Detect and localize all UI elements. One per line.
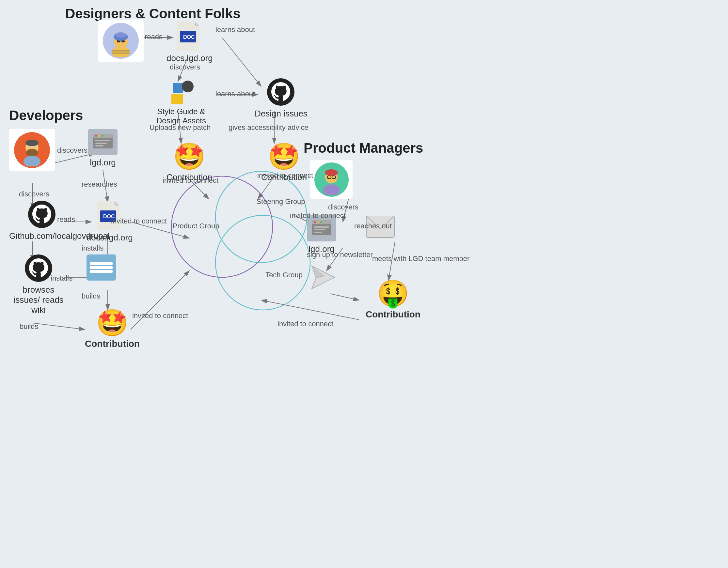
style-guide-icon (166, 78, 196, 104)
svg-point-52 (95, 135, 97, 137)
svg-rect-29 (112, 50, 130, 52)
discovers-dev2-label: discovers (19, 190, 49, 198)
venn-diagram: Product Group Steering Group Tech Group (166, 166, 317, 316)
builds-dev-label: builds (20, 322, 38, 331)
product-managers-section-title: Product Managers (304, 140, 423, 156)
lgd-org-dev-node: lgd.org (88, 129, 118, 168)
svg-marker-60 (115, 201, 119, 206)
doc-icon-top: DOC (177, 21, 203, 51)
svg-point-47 (26, 149, 38, 157)
svg-point-80 (317, 221, 319, 223)
venn-svg: Product Group Steering Group Tech Group (166, 166, 317, 316)
developer-avatar-node (9, 129, 55, 171)
browse-issues-node: browses issues/ reads wiki (9, 255, 68, 315)
svg-point-53 (98, 135, 100, 137)
designer-avatar-node (98, 20, 144, 62)
svg-rect-43 (171, 94, 183, 104)
svg-rect-84 (314, 232, 322, 233)
svg-point-49 (25, 140, 39, 146)
discovers-pm-label: discovers (328, 203, 358, 212)
reaches-out-label: reaches out (354, 222, 392, 230)
pm-avatar-node (310, 160, 353, 199)
invited-docs-label: invited to connect (111, 217, 167, 226)
website-icon-dev (88, 129, 118, 155)
svg-rect-55 (95, 140, 110, 141)
svg-point-54 (102, 135, 103, 137)
invited-steering-label: invited to connect (290, 212, 346, 220)
svg-rect-30 (112, 53, 130, 54)
sign-up-label: sign up to newsletter (307, 251, 373, 259)
lgd-org-pm-node: lgd.org (307, 215, 336, 254)
design-issues-node: Design issues (255, 78, 308, 119)
researches-label: researches (82, 180, 117, 189)
svg-point-81 (320, 221, 322, 223)
learns-about-2-label: learns about (215, 90, 255, 98)
arrows-layer (0, 0, 728, 568)
learns-about-1-label: learns about (215, 25, 255, 34)
svg-rect-57 (95, 145, 103, 147)
github-icon-dev (28, 201, 56, 229)
discovers-dev-label: discovers (57, 146, 87, 155)
paper-plane-icon (310, 264, 336, 290)
svg-point-36 (116, 32, 126, 38)
discovers-1-label: discovers (170, 63, 200, 71)
invited-3-label: invited to connect (277, 320, 333, 328)
contribution-dev-node: 🤩 Contribution (85, 310, 140, 349)
installs-1-label: installs (82, 244, 103, 253)
svg-rect-82 (314, 227, 329, 228)
invited-2-label: invited to connect (257, 171, 313, 180)
reads-label: reads (145, 33, 163, 41)
svg-marker-38 (195, 21, 199, 26)
svg-marker-41 (173, 83, 183, 93)
svg-text:Steering Group: Steering Group (256, 197, 305, 206)
installs-2-label: installs (51, 274, 72, 283)
github-icon-browse (25, 255, 53, 282)
svg-rect-83 (314, 229, 325, 230)
uploads-label: Uploads new patch (150, 123, 211, 132)
style-guide-node: Style Guide & Design Assets (152, 78, 211, 125)
svg-point-75 (325, 169, 338, 176)
github-icon-design (267, 78, 295, 106)
install-icon (87, 255, 116, 281)
paper-plane-node (310, 264, 336, 290)
docs-lgd-top-node: DOC docs.lgd.org (166, 21, 213, 63)
doc-icon-dev: DOC (97, 201, 123, 230)
invited-1-label: invited to connect (163, 176, 218, 185)
designers-section-title: Designers & Content Folks (65, 6, 241, 22)
builds-item-node (87, 255, 116, 281)
svg-text:DOC: DOC (183, 34, 195, 40)
svg-text:Product Group: Product Group (172, 222, 219, 230)
reads-dev-label: reads (57, 215, 75, 224)
invited-dev-label: invited to connect (132, 311, 188, 320)
svg-rect-56 (95, 143, 107, 144)
diagram: Designers & Content Folks (0, 0, 728, 568)
pm-avatar-svg (316, 164, 347, 195)
svg-text:Tech Group: Tech Group (265, 271, 303, 279)
svg-point-42 (182, 81, 194, 92)
svg-line-24 (330, 293, 359, 300)
builds-label: builds (82, 292, 100, 300)
accessibility-label: gives accessibility advice (229, 123, 309, 132)
svg-line-17 (33, 323, 85, 329)
contribution-pm-node: 🤑 Contribution (366, 281, 420, 320)
developers-section-title: Developers (9, 108, 83, 123)
svg-point-79 (314, 221, 316, 223)
designer-avatar-svg (104, 24, 137, 57)
meets-lgd-label: meets with LGD team member (372, 255, 469, 263)
developer-avatar-svg (16, 134, 48, 166)
